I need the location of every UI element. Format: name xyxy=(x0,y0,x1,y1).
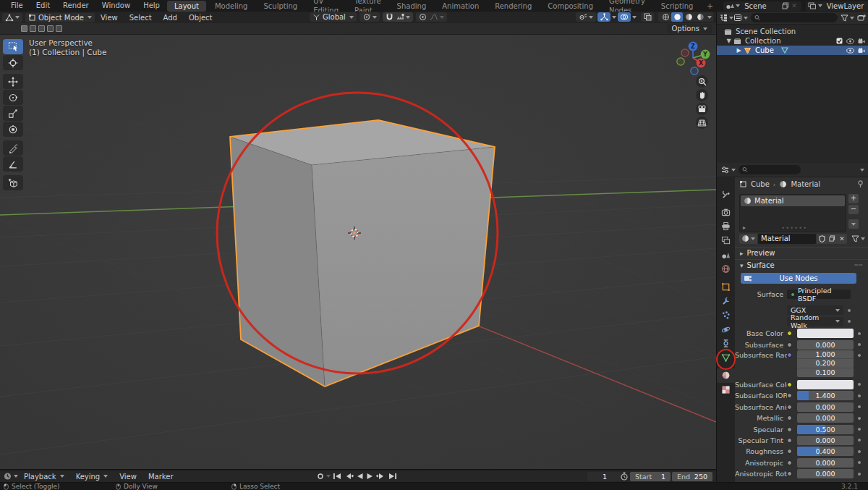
tool-measure[interactable] xyxy=(3,156,23,172)
select-mode-set[interactable] xyxy=(21,25,27,32)
slot-specials-button[interactable] xyxy=(848,219,859,229)
panel-grip-icon[interactable]: ══ xyxy=(854,262,863,269)
shading-solid-button[interactable] xyxy=(671,12,683,22)
tab-scene[interactable] xyxy=(717,248,735,262)
properties-search-input[interactable] xyxy=(748,166,797,174)
scene-selector[interactable]: Scene ✕ xyxy=(723,1,801,11)
menu-file[interactable]: File xyxy=(4,0,30,12)
tab-object-data[interactable] xyxy=(717,351,735,366)
viewport-3d[interactable]: Object Mode View Select Add Object Globa… xyxy=(0,12,716,469)
pan-button[interactable] xyxy=(696,89,708,101)
view-layer-selector[interactable]: ViewLayer ✕ xyxy=(806,1,868,11)
roughness-slider[interactable]: 0.400 xyxy=(797,447,854,456)
base-color-swatch[interactable] xyxy=(797,329,854,338)
mode-dropdown[interactable]: Object Mode xyxy=(25,13,95,22)
use-nodes-button[interactable]: Use Nodes xyxy=(741,273,856,284)
hide-eye-icon[interactable] xyxy=(846,48,854,54)
shading-rendered-button[interactable] xyxy=(694,12,706,22)
workspace-tab-sculpting[interactable]: Sculpting xyxy=(256,1,305,12)
surface-panel-header[interactable]: ▾ Surface ══ xyxy=(735,259,868,271)
workspace-tab-compositing[interactable]: Compositing xyxy=(540,1,600,12)
tab-object[interactable] xyxy=(717,280,735,295)
shading-dropdown[interactable] xyxy=(707,16,712,19)
menu-view[interactable]: View xyxy=(95,14,124,22)
properties-options-dropdown[interactable] xyxy=(860,169,864,172)
specular-tint-slider[interactable]: 0.000 xyxy=(797,436,854,445)
material-name-field[interactable]: Material xyxy=(758,234,816,244)
breadcrumb-material[interactable]: Material xyxy=(791,180,820,188)
exclude-checkbox-icon[interactable] xyxy=(836,38,843,44)
select-mode-extend[interactable] xyxy=(30,25,36,32)
workspace-tab-rendering[interactable]: Rendering xyxy=(488,1,539,12)
tool-select-box[interactable] xyxy=(3,39,23,54)
tab-tool[interactable] xyxy=(717,187,735,202)
menu-keying[interactable]: Keying xyxy=(70,473,114,481)
display-mode-dropdown[interactable] xyxy=(733,14,748,22)
menu-tl-view[interactable]: View xyxy=(114,473,142,481)
material-slot-item[interactable]: Material xyxy=(741,195,845,206)
tab-world[interactable] xyxy=(717,262,735,276)
tab-physics[interactable] xyxy=(717,322,735,337)
tool-cursor[interactable] xyxy=(3,55,23,70)
remove-slot-button[interactable]: − xyxy=(848,205,859,214)
disable-render-camera-icon[interactable] xyxy=(858,38,865,44)
menu-help[interactable]: Help xyxy=(137,0,166,12)
tab-constraints[interactable] xyxy=(717,337,735,351)
outliner-search[interactable] xyxy=(751,13,838,22)
show-overlays-toggle[interactable] xyxy=(618,12,631,22)
workspace-tab-scripting[interactable]: Scripting xyxy=(654,1,700,12)
tab-view-layer[interactable] xyxy=(717,234,735,248)
play-button[interactable] xyxy=(366,473,374,480)
subsurface-ior-slider[interactable]: 1.400 xyxy=(797,391,854,400)
tab-output[interactable] xyxy=(717,219,735,234)
perspective-toggle-button[interactable] xyxy=(696,117,708,129)
tool-add-cube[interactable] xyxy=(3,175,23,190)
outliner-filter-button[interactable] xyxy=(841,14,854,22)
workspace-tab-layout[interactable]: Layout xyxy=(167,1,206,12)
snap-toggle[interactable] xyxy=(386,13,393,21)
play-reverse-button[interactable] xyxy=(356,473,364,480)
outliner-editor-type-button[interactable] xyxy=(719,14,733,22)
add-slot-button[interactable]: + xyxy=(848,194,859,203)
navigation-gizmo[interactable]: Z Y X xyxy=(675,38,715,78)
stopwatch-icon[interactable] xyxy=(620,472,629,481)
tool-rotate[interactable] xyxy=(3,90,23,105)
select-mode-invert[interactable] xyxy=(47,25,54,32)
subsurface-aniso-slider[interactable]: 0.000 xyxy=(797,402,854,412)
properties-editor-type-button[interactable] xyxy=(720,166,736,174)
radius-x-field[interactable]: 1.000 xyxy=(797,350,854,360)
outliner-search-input[interactable] xyxy=(760,14,834,22)
menu-playback[interactable]: Playback xyxy=(18,473,70,481)
tool-annotate[interactable] xyxy=(3,140,23,156)
material-filter-dropdown[interactable] xyxy=(851,235,865,242)
shading-material-button[interactable] xyxy=(683,12,694,22)
gizmo-neg-y-ball[interactable] xyxy=(677,58,684,65)
tab-material[interactable] xyxy=(717,368,735,383)
options-button[interactable]: Options xyxy=(667,24,712,33)
editor-type-button[interactable] xyxy=(2,13,22,22)
pin-icon[interactable] xyxy=(857,180,864,188)
specular-slider[interactable]: 0.500 xyxy=(797,425,854,434)
material-slot-list[interactable]: Material ▸ ∙∙∙∙∙∙ xyxy=(739,194,846,232)
tab-texture[interactable] xyxy=(717,383,735,397)
tool-move[interactable] xyxy=(3,74,23,89)
disable-render-camera-icon[interactable] xyxy=(858,48,865,54)
jump-to-end-button[interactable] xyxy=(388,473,397,480)
list-expand-icon[interactable]: ▸ xyxy=(743,224,746,231)
subsurface-slider[interactable]: 0.000 xyxy=(797,340,854,350)
transform-orientation-dropdown[interactable]: Global xyxy=(310,12,357,22)
list-resize-grip[interactable]: ∙∙∙∙∙∙ xyxy=(781,224,807,231)
timeline-editor-type-button[interactable] xyxy=(3,472,18,481)
current-frame-field[interactable]: 1 xyxy=(587,472,622,481)
new-scene-icon[interactable] xyxy=(782,2,789,9)
falloff-dropdown[interactable] xyxy=(430,13,444,21)
proportional-edit-toggle[interactable] xyxy=(419,13,427,21)
pivot-point-dropdown[interactable] xyxy=(359,12,380,22)
xray-toggle[interactable] xyxy=(641,12,654,22)
shading-wireframe-button[interactable] xyxy=(660,12,671,22)
anisotropic-rotation-slider[interactable]: 0.000 xyxy=(797,469,854,478)
hide-eye-icon[interactable] xyxy=(846,38,854,44)
browse-material-button[interactable] xyxy=(739,234,757,244)
prev-keyframe-button[interactable] xyxy=(344,473,354,480)
tab-particles[interactable] xyxy=(717,308,735,323)
